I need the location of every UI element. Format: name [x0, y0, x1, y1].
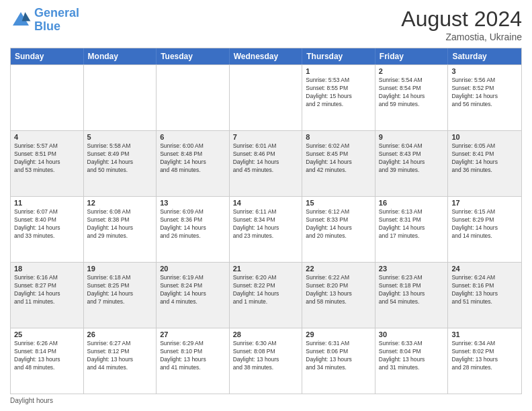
cal-cell: 5Sunrise: 5:58 AM Sunset: 8:49 PM Daylig…	[84, 131, 157, 196]
day-number: 10	[451, 133, 518, 141]
day-number: 9	[379, 133, 445, 141]
calendar-week-4: 18Sunrise: 6:16 AM Sunset: 8:27 PM Dayli…	[11, 262, 521, 328]
day-info: Sunrise: 6:19 AM Sunset: 8:24 PM Dayligh…	[160, 274, 226, 306]
day-number: 13	[160, 199, 226, 207]
day-info: Sunrise: 6:01 AM Sunset: 8:46 PM Dayligh…	[233, 142, 299, 175]
day-number: 14	[233, 199, 299, 207]
cal-cell: 20Sunrise: 6:19 AM Sunset: 8:24 PM Dayli…	[157, 263, 230, 328]
title-block: August 2024 Zamostia, Ukraine	[401, 7, 522, 42]
day-number: 4	[14, 133, 80, 141]
day-number: 31	[451, 330, 518, 338]
cal-cell: 17Sunrise: 6:15 AM Sunset: 8:29 PM Dayli…	[448, 197, 521, 262]
cal-cell: 12Sunrise: 6:08 AM Sunset: 8:38 PM Dayli…	[84, 197, 157, 262]
cal-cell: 27Sunrise: 6:29 AM Sunset: 8:10 PM Dayli…	[157, 328, 230, 394]
day-number: 6	[160, 133, 226, 141]
cal-cell: 7Sunrise: 6:01 AM Sunset: 8:46 PM Daylig…	[230, 131, 303, 196]
cal-cell: 13Sunrise: 6:09 AM Sunset: 8:36 PM Dayli…	[157, 197, 230, 262]
day-number: 12	[87, 199, 153, 207]
day-number: 29	[306, 330, 371, 338]
day-number: 22	[306, 265, 371, 273]
day-info: Sunrise: 6:20 AM Sunset: 8:22 PM Dayligh…	[233, 274, 299, 306]
cal-cell	[84, 65, 157, 130]
day-info: Sunrise: 6:15 AM Sunset: 8:29 PM Dayligh…	[451, 208, 518, 240]
day-info: Sunrise: 5:53 AM Sunset: 8:55 PM Dayligh…	[306, 77, 371, 109]
cal-cell: 16Sunrise: 6:13 AM Sunset: 8:31 PM Dayli…	[375, 197, 449, 262]
cal-cell: 8Sunrise: 6:02 AM Sunset: 8:45 PM Daylig…	[302, 131, 375, 196]
day-info: Sunrise: 6:12 AM Sunset: 8:33 PM Dayligh…	[306, 208, 371, 240]
calendar-header: SundayMondayTuesdayWednesdayThursdayFrid…	[11, 48, 521, 64]
day-info: Sunrise: 6:30 AM Sunset: 8:08 PM Dayligh…	[233, 340, 299, 372]
cal-cell: 26Sunrise: 6:27 AM Sunset: 8:12 PM Dayli…	[84, 328, 157, 394]
day-of-week-saturday: Saturday	[448, 48, 521, 64]
day-of-week-sunday: Sunday	[11, 48, 84, 64]
day-number: 8	[306, 133, 371, 141]
cal-cell: 29Sunrise: 6:31 AM Sunset: 8:06 PM Dayli…	[302, 328, 375, 394]
calendar: SundayMondayTuesdayWednesdayThursdayFrid…	[10, 48, 522, 394]
day-number: 1	[306, 67, 371, 75]
day-of-week-wednesday: Wednesday	[230, 48, 303, 64]
cal-cell: 2Sunrise: 5:54 AM Sunset: 8:54 PM Daylig…	[375, 65, 449, 130]
day-number: 17	[451, 199, 518, 207]
day-info: Sunrise: 6:16 AM Sunset: 8:27 PM Dayligh…	[14, 274, 80, 306]
footer-note: Daylight hours	[10, 397, 522, 404]
cal-cell: 9Sunrise: 6:04 AM Sunset: 8:43 PM Daylig…	[375, 131, 449, 196]
day-info: Sunrise: 6:29 AM Sunset: 8:10 PM Dayligh…	[160, 340, 226, 372]
cal-cell: 30Sunrise: 6:33 AM Sunset: 8:04 PM Dayli…	[375, 328, 449, 394]
day-info: Sunrise: 6:24 AM Sunset: 8:16 PM Dayligh…	[451, 274, 518, 306]
day-number: 25	[14, 330, 80, 338]
day-number: 19	[87, 265, 153, 273]
day-info: Sunrise: 6:04 AM Sunset: 8:43 PM Dayligh…	[379, 142, 445, 175]
day-number: 26	[87, 330, 153, 338]
day-info: Sunrise: 6:34 AM Sunset: 8:02 PM Dayligh…	[451, 340, 518, 372]
cal-cell: 31Sunrise: 6:34 AM Sunset: 8:02 PM Dayli…	[448, 328, 521, 394]
calendar-body: 1Sunrise: 5:53 AM Sunset: 8:55 PM Daylig…	[11, 64, 521, 394]
day-number: 24	[451, 265, 518, 273]
cal-cell: 25Sunrise: 6:26 AM Sunset: 8:14 PM Dayli…	[11, 328, 84, 394]
cal-cell: 22Sunrise: 6:22 AM Sunset: 8:20 PM Dayli…	[302, 263, 375, 328]
day-number: 28	[233, 330, 299, 338]
day-info: Sunrise: 5:57 AM Sunset: 8:51 PM Dayligh…	[14, 142, 80, 175]
cal-cell: 4Sunrise: 5:57 AM Sunset: 8:51 PM Daylig…	[11, 131, 84, 196]
footer-note-text: Daylight hours	[10, 397, 53, 404]
day-number: 18	[14, 265, 80, 273]
day-number: 27	[160, 330, 226, 338]
calendar-week-3: 11Sunrise: 6:07 AM Sunset: 8:40 PM Dayli…	[11, 196, 521, 262]
day-number: 2	[379, 67, 445, 75]
calendar-week-1: 1Sunrise: 5:53 AM Sunset: 8:55 PM Daylig…	[11, 64, 521, 130]
day-info: Sunrise: 6:13 AM Sunset: 8:31 PM Dayligh…	[379, 208, 445, 240]
day-number: 21	[233, 265, 299, 273]
day-number: 3	[451, 67, 518, 75]
main-title: August 2024	[401, 7, 522, 32]
day-info: Sunrise: 6:09 AM Sunset: 8:36 PM Dayligh…	[160, 208, 226, 240]
cal-cell: 23Sunrise: 6:23 AM Sunset: 8:18 PM Dayli…	[375, 263, 449, 328]
day-info: Sunrise: 6:11 AM Sunset: 8:34 PM Dayligh…	[233, 208, 299, 240]
cal-cell: 3Sunrise: 5:56 AM Sunset: 8:52 PM Daylig…	[448, 65, 521, 130]
cal-cell: 15Sunrise: 6:12 AM Sunset: 8:33 PM Dayli…	[302, 197, 375, 262]
day-number: 11	[14, 199, 80, 207]
day-number: 20	[160, 265, 226, 273]
day-info: Sunrise: 6:02 AM Sunset: 8:45 PM Dayligh…	[306, 142, 371, 175]
cal-cell	[157, 65, 230, 130]
day-number: 15	[306, 199, 371, 207]
day-info: Sunrise: 6:00 AM Sunset: 8:48 PM Dayligh…	[160, 142, 226, 175]
day-info: Sunrise: 6:05 AM Sunset: 8:41 PM Dayligh…	[451, 142, 518, 175]
cal-cell: 10Sunrise: 6:05 AM Sunset: 8:41 PM Dayli…	[448, 131, 521, 196]
day-number: 23	[379, 265, 445, 273]
day-info: Sunrise: 6:27 AM Sunset: 8:12 PM Dayligh…	[87, 340, 153, 372]
day-info: Sunrise: 6:26 AM Sunset: 8:14 PM Dayligh…	[14, 340, 80, 372]
cal-cell: 11Sunrise: 6:07 AM Sunset: 8:40 PM Dayli…	[11, 197, 84, 262]
logo-line2: Blue	[34, 19, 60, 33]
cal-cell: 24Sunrise: 6:24 AM Sunset: 8:16 PM Dayli…	[448, 263, 521, 328]
logo-icon	[10, 9, 32, 31]
day-info: Sunrise: 5:56 AM Sunset: 8:52 PM Dayligh…	[451, 77, 518, 109]
page: General Blue August 2024 Zamostia, Ukrai…	[0, 0, 532, 411]
cal-cell: 6Sunrise: 6:00 AM Sunset: 8:48 PM Daylig…	[157, 131, 230, 196]
day-info: Sunrise: 5:58 AM Sunset: 8:49 PM Dayligh…	[87, 142, 153, 175]
day-number: 7	[233, 133, 299, 141]
day-info: Sunrise: 6:07 AM Sunset: 8:40 PM Dayligh…	[14, 208, 80, 240]
day-number: 30	[379, 330, 445, 338]
logo-line1: General	[34, 6, 79, 19]
day-number: 5	[87, 133, 153, 141]
logo: General Blue	[10, 7, 79, 34]
cal-cell: 1Sunrise: 5:53 AM Sunset: 8:55 PM Daylig…	[302, 65, 375, 130]
